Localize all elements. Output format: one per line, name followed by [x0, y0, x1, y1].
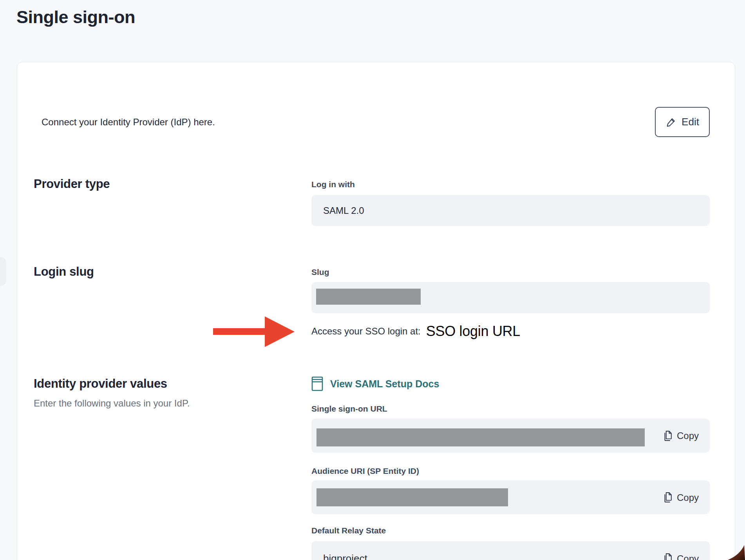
- slug-field: [311, 282, 710, 313]
- idp-values-heading: Identity provider values: [34, 377, 167, 391]
- left-edge-tab: [0, 257, 6, 286]
- provider-type-field: SAML 2.0: [311, 195, 710, 226]
- redacted-slug-value: [316, 289, 421, 305]
- provider-type-heading: Provider type: [34, 177, 110, 191]
- page-title: Single sign-on: [16, 7, 135, 27]
- single-sign-on-url-field: Copy: [311, 419, 710, 453]
- intro-text: Connect your Identity Provider (IdP) her…: [42, 117, 215, 128]
- copy-button-label: Copy: [677, 430, 699, 441]
- provider-type-value: SAML 2.0: [323, 205, 364, 216]
- redacted-audience-uri-value: [316, 488, 508, 506]
- idp-values-subheading: Enter the following values in your IdP.: [34, 398, 190, 409]
- red-arrow-head: [265, 316, 295, 347]
- log-in-with-label: Log in with: [311, 180, 355, 189]
- copy-button-label: Copy: [677, 492, 699, 503]
- edit-button[interactable]: Edit: [655, 107, 710, 137]
- copy-icon: [663, 430, 672, 441]
- sso-settings-page: Single sign-on Connect your Identity Pro…: [0, 0, 745, 560]
- default-relay-state-field: bigproject Copy: [311, 541, 710, 560]
- access-login-text: Access your SSO login at:: [311, 326, 421, 337]
- audience-uri-field: Copy: [311, 481, 710, 514]
- copy-sso-url-button[interactable]: Copy: [663, 430, 699, 441]
- sso-login-url-annotation: SSO login URL: [426, 323, 520, 340]
- edit-button-label: Edit: [682, 116, 699, 128]
- document-icon: [311, 376, 323, 391]
- copy-audience-uri-button[interactable]: Copy: [663, 492, 699, 503]
- copy-relay-state-button[interactable]: Copy: [663, 553, 699, 560]
- redacted-sso-url-value: [316, 428, 645, 446]
- sso-login-annotation: Access your SSO login at: SSO login URL: [311, 320, 520, 342]
- default-relay-state-value: bigproject: [323, 553, 367, 560]
- pencil-icon: [665, 117, 676, 128]
- view-saml-setup-docs-link[interactable]: View SAML Setup Docs: [311, 375, 439, 392]
- corner-cursor-artifact: [726, 545, 745, 560]
- copy-icon: [663, 553, 672, 560]
- login-slug-heading: Login slug: [34, 265, 94, 279]
- single-sign-on-url-label: Single sign-on URL: [311, 404, 387, 414]
- default-relay-state-label: Default Relay State: [311, 526, 386, 535]
- docs-link-label: View SAML Setup Docs: [330, 378, 439, 390]
- audience-uri-label: Audience URI (SP Entity ID): [311, 466, 419, 476]
- copy-button-label: Copy: [677, 553, 699, 560]
- red-arrow: [213, 328, 266, 335]
- slug-label: Slug: [311, 267, 329, 277]
- copy-icon: [663, 492, 672, 503]
